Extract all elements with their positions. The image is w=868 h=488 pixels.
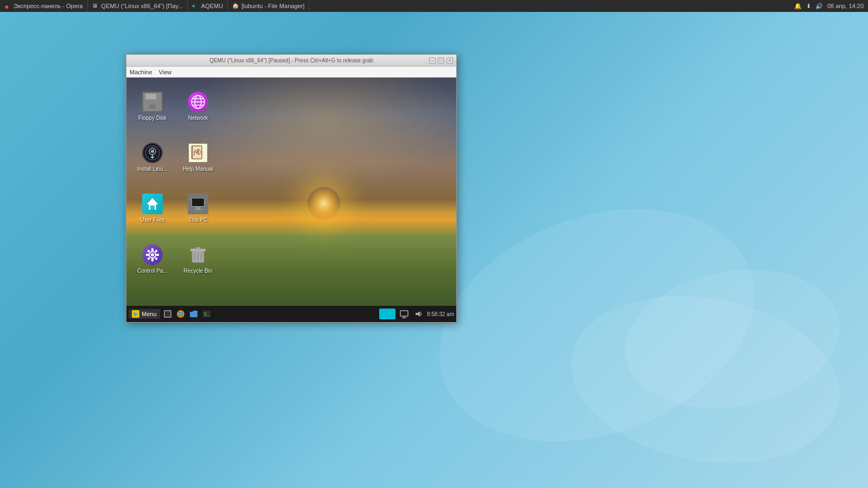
qemu-tab-icon: 🖥 [92, 3, 99, 9]
qemu-window-title: QEMU ("Linux x86_64") [Paused] - Press C… [131, 57, 452, 63]
install-svg-icon [144, 145, 161, 161]
svg-rect-26 [146, 254, 149, 256]
qemu-window: QEMU ("Linux x86_64") [Paused] - Press C… [126, 54, 457, 323]
notification-icon[interactable]: 🔔 [794, 3, 802, 10]
qemu-menu-view[interactable]: View [159, 69, 172, 75]
desktop-icons-container: Floppy Disk [131, 82, 220, 284]
svg-rect-17 [150, 206, 155, 210]
svg-rect-34 [195, 247, 201, 249]
recycle-bin-label: Recycle Bin [184, 268, 213, 274]
svg-text:$_: $_ [204, 312, 209, 317]
svg-rect-21 [194, 209, 202, 210]
svg-rect-25 [151, 259, 154, 261]
svg-point-42 [180, 313, 182, 315]
qemu-menu-machine[interactable]: Machine [130, 69, 152, 75]
vm-menu-label: Menu [142, 311, 157, 317]
controlpanel-svg-icon [144, 247, 161, 263]
filemanager-icon: 🏠 [232, 3, 239, 9]
svg-rect-19 [192, 198, 204, 206]
network-svg-icon [190, 94, 206, 110]
svg-rect-24 [151, 248, 154, 251]
this-pc-icon-img [187, 193, 209, 215]
desktop-icon-help-manual[interactable]: Help Manual [176, 133, 220, 182]
taskbar-files-icon[interactable] [162, 309, 173, 319]
tab-aqemu[interactable]: ● AQEMU [188, 0, 228, 12]
lubuntu-menu-icon: 🐦 [132, 310, 139, 318]
sound-icon[interactable]: 🔊 [815, 3, 823, 10]
qemu-close-btn[interactable]: × [446, 57, 453, 64]
download-icon[interactable]: ⬇ [806, 3, 811, 10]
vm-taskbar: 🐦 Menu [126, 306, 456, 322]
user-files-label: User Files [140, 217, 164, 223]
svg-marker-48 [416, 311, 420, 317]
aqemu-icon: ● [192, 3, 199, 9]
floppy-disk-icon-img [142, 91, 163, 113]
taskbar-terminal-icon[interactable]: $_ [201, 309, 212, 319]
svg-rect-30 [147, 257, 150, 260]
recyclebin-svg-icon [189, 245, 207, 265]
qemu-minimize-btn[interactable]: – [429, 57, 436, 64]
user-files-icon-img [142, 193, 163, 215]
opera-icon: ● [4, 3, 11, 9]
browser-bar: ● Экспресс-панель - Opera 🖥 QEMU ("Linux… [0, 0, 868, 12]
system-time: 08 апр, 14:20 [827, 3, 864, 9]
svg-point-7 [151, 150, 154, 153]
vm-taskbar-display-icon[interactable] [399, 309, 410, 319]
desktop-icon-user-files[interactable]: User Files [131, 184, 174, 233]
qemu-window-controls: – □ × [429, 57, 453, 64]
vm-taskbar-volume-icon[interactable] [413, 309, 424, 319]
this-pc-label: This PC [188, 217, 208, 223]
qemu-maximize-btn[interactable]: □ [438, 57, 444, 64]
vm-clock: 8:58:32 am [427, 311, 454, 317]
help-svg-icon [190, 145, 206, 161]
control-panel-icon-img [142, 244, 163, 266]
taskbar-folder-icon[interactable] [188, 309, 199, 319]
vm-taskbar-right: 8:58:32 am [379, 309, 454, 319]
qemu-titlebar: QEMU ("Linux x86_64") [Paused] - Press C… [126, 55, 456, 67]
tab-opera[interactable]: ● Экспресс-панель - Opera [0, 0, 88, 12]
vm-desktop: Floppy Disk [126, 78, 456, 322]
userfiles-svg-icon [144, 196, 161, 212]
tab-qemu[interactable]: 🖥 QEMU ("Linux x86_64") [Пау... [88, 0, 188, 12]
qemu-menubar: Machine View [126, 67, 456, 78]
desktop-icon-control-panel[interactable]: Control Pa... [131, 235, 174, 284]
svg-point-23 [151, 253, 154, 256]
desktop-icon-install-linux[interactable]: Install Linu... [131, 133, 174, 182]
thispc-svg-icon [189, 195, 207, 213]
help-manual-icon-img [187, 142, 209, 164]
control-panel-label: Control Pa... [137, 268, 168, 274]
desktop-icon-recycle-bin[interactable]: Recycle Bin [176, 235, 220, 284]
qemu-vm-content: Floppy Disk [126, 78, 456, 322]
svg-point-15 [196, 151, 199, 153]
sun-glow [308, 187, 340, 220]
desktop-icon-this-pc[interactable]: This PC [176, 184, 220, 233]
network-icon-img [187, 91, 209, 113]
desktop-icon-network[interactable]: Network [176, 82, 220, 131]
taskbar-firefox-icon[interactable] [175, 309, 186, 319]
help-manual-label: Help Manual [183, 166, 213, 172]
svg-rect-29 [155, 249, 158, 253]
install-linux-label: Install Linu... [137, 166, 168, 172]
svg-rect-28 [147, 249, 150, 253]
browser-right-section: 🔔 ⬇ 🔊 08 апр, 14:20 [790, 3, 868, 10]
vm-taskbar-active-window[interactable] [379, 309, 395, 319]
svg-rect-27 [156, 254, 159, 256]
svg-rect-39 [165, 311, 170, 317]
vm-menu-button[interactable]: 🐦 Menu [129, 309, 160, 319]
desktop-icon-floppy[interactable]: Floppy Disk [131, 82, 174, 131]
svg-rect-20 [196, 207, 200, 209]
recycle-bin-icon-img [187, 244, 209, 266]
svg-rect-45 [400, 311, 408, 316]
tab-filemanager[interactable]: 🏠 [lubuntu - File Manager] [228, 0, 309, 12]
floppy-disk-label: Floppy Disk [138, 115, 167, 121]
install-linux-icon-img [142, 142, 163, 164]
svg-rect-31 [155, 257, 158, 260]
browser-tabs: ● Экспресс-панель - Opera 🖥 QEMU ("Linux… [0, 0, 790, 12]
network-label: Network [188, 115, 208, 121]
